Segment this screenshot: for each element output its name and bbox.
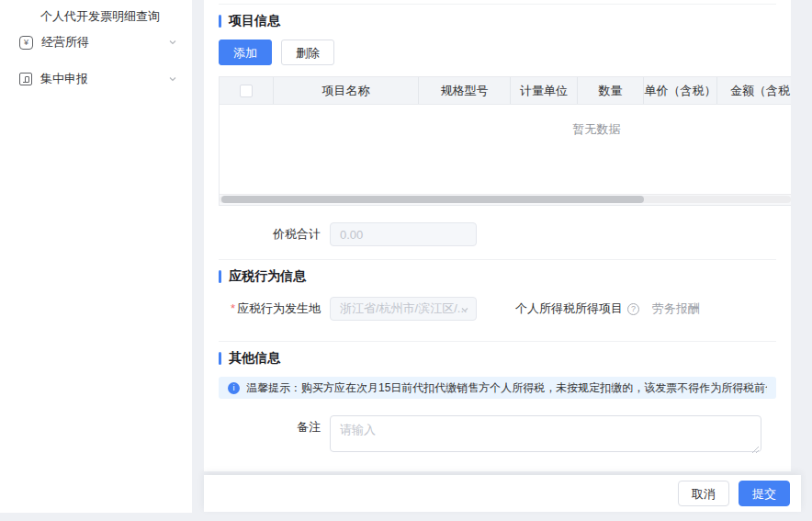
table-toolbar: 添加 删除 [219,40,776,65]
section-title-taxable-behavior: 应税行为信息 [219,267,776,286]
main-panel: 项目信息 添加 删除 项目名称 规格型号 计量单位 数量 单价（含税） 金额（含… [204,0,791,471]
sidebar-item-label: 集中申报 [40,71,168,87]
col-unit-price-tax: 单价（含税） [644,77,717,104]
section-accent-bar [219,352,221,365]
taxable-place-select: 浙江省/杭州市/滨江区/... [330,297,477,321]
empty-data-text: 暂无数据 [573,121,621,138]
taxable-place-row: *应税行为发生地 浙江省/杭州市/滨江区/... 个人所得税所得项目 ? 劳务报… [219,297,776,321]
tip-alert-text: 温馨提示：购买方应在次月15日前代扣代缴销售方个人所得税，未按规定扣缴的，该发票… [246,380,767,396]
income-item-value: 劳务报酬 [652,300,700,317]
select-all-checkbox[interactable] [240,85,253,97]
info-circle-icon: i [228,382,240,394]
footer-action-bar: 取消 提交 [204,475,801,512]
question-circle-icon[interactable]: ? [627,303,639,315]
total-amount-input [330,222,477,246]
required-asterisk: * [231,301,235,315]
col-quantity: 数量 [578,77,644,104]
header-checkbox-cell [220,77,274,104]
items-table-header: 项目名称 规格型号 计量单位 数量 单价（含税） 金额（含税） [220,77,791,105]
sidebar: 个人代开发票明细查询 ¥ 经营所得 集中申报 [0,0,192,513]
section-title-text: 应税行为信息 [229,268,306,285]
taxable-place-label: *应税行为发生地 [219,297,321,321]
add-button[interactable]: 添加 [219,40,272,65]
declare-monitor-icon [19,73,32,85]
col-item-name: 项目名称 [274,77,419,104]
yen-badge-icon: ¥ [19,36,33,50]
section-divider [219,341,776,342]
section-accent-bar [219,270,221,283]
horizontal-scrollbar [220,195,791,205]
chevron-down-icon [168,38,177,47]
section-title-project-info: 项目信息 [219,12,776,30]
sidebar-item-invoice-detail-query[interactable]: 个人代开发票明细查询 [0,0,192,24]
scrollbar-thumb[interactable] [221,196,644,203]
taxable-place-value: 浙江省/杭州市/滨江区/... [340,300,468,317]
remark-textarea[interactable] [330,415,761,452]
delete-button[interactable]: 删除 [281,40,334,65]
section-title-other-info: 其他信息 [219,349,776,368]
income-item-label: 个人所得税所得项目 [515,300,623,317]
submit-button[interactable]: 提交 [739,481,790,506]
total-label: 价税合计 [219,222,321,246]
remark-box [330,415,761,456]
taxable-place-label-text: 应税行为发生地 [237,301,321,315]
cancel-button[interactable]: 取消 [678,481,729,506]
remark-row: 备注 [219,415,776,456]
col-amount-tax: 金额（含税） [717,77,791,104]
col-spec-model: 规格型号 [419,77,511,104]
income-item-group: 个人所得税所得项目 ? 劳务报酬 [515,300,700,317]
sidebar-item-label: 经营所得 [41,34,168,51]
sidebar-item-business-income[interactable]: ¥ 经营所得 [0,24,192,61]
chevron-down-icon [168,74,177,84]
items-table: 项目名称 规格型号 计量单位 数量 单价（含税） 金额（含税） 暂无数据 [219,76,791,206]
top-divider [219,4,776,5]
total-row: 价税合计 [219,222,776,246]
col-unit: 计量单位 [511,77,578,104]
section-accent-bar [219,15,221,28]
section-title-text: 其他信息 [229,350,280,367]
section-title-text: 项目信息 [229,13,280,29]
items-table-body: 暂无数据 [220,105,791,195]
remark-label: 备注 [219,415,321,439]
section-divider [219,259,776,260]
chevron-down-icon [460,305,469,314]
sidebar-item-centralized-declaration[interactable]: 集中申报 [0,61,192,97]
tip-alert: i 温馨提示：购买方应在次月15日前代扣代缴销售方个人所得税，未按规定扣缴的，该… [219,377,776,399]
